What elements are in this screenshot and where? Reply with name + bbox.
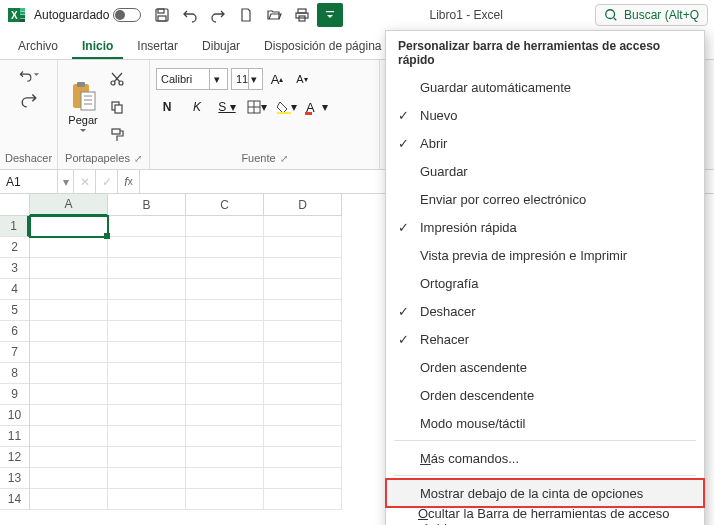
menu-show-below-ribbon[interactable]: Mostrar debajo de la cinta de opciones [386,479,704,507]
column-header[interactable]: A [30,194,108,216]
cell[interactable] [186,468,264,489]
grow-font-button[interactable]: A▴ [266,68,288,90]
cell[interactable] [264,321,342,342]
menu-more-commands[interactable]: Más comandos... [386,444,704,472]
cell[interactable] [108,363,186,384]
cell[interactable] [30,321,108,342]
cancel-formula-button[interactable]: ✕ [74,170,96,193]
row-header[interactable]: 1 [0,216,29,237]
cell[interactable] [108,342,186,363]
tab-insertar[interactable]: Insertar [127,33,188,59]
autosave-toggle[interactable]: Autoguardado [34,8,141,22]
undo-button-ribbon[interactable] [18,64,40,86]
undo-button[interactable] [177,3,203,27]
quick-print-button[interactable] [289,3,315,27]
row-header[interactable]: 5 [0,300,29,321]
underline-button[interactable]: S ▾ [216,96,238,118]
cell[interactable] [108,489,186,510]
cell[interactable] [108,384,186,405]
menu-item[interactable]: Vista previa de impresión e Imprimir [386,241,704,269]
cell[interactable] [186,384,264,405]
cell[interactable] [186,321,264,342]
name-box[interactable]: A1 [0,170,58,193]
menu-item[interactable]: ✓Abrir [386,129,704,157]
cell[interactable] [186,300,264,321]
cell[interactable] [30,342,108,363]
insert-function-button[interactable]: fx [118,170,140,193]
cell[interactable] [264,363,342,384]
cell[interactable] [264,300,342,321]
borders-button[interactable]: ▾ [246,96,268,118]
cell[interactable] [186,405,264,426]
cell[interactable] [108,405,186,426]
search-box[interactable]: Buscar (Alt+Q [595,4,708,26]
cell[interactable] [264,279,342,300]
enter-formula-button[interactable]: ✓ [96,170,118,193]
cell[interactable] [264,216,342,237]
cell[interactable] [30,489,108,510]
menu-item[interactable]: ✓Nuevo [386,101,704,129]
cell[interactable] [186,216,264,237]
select-all-button[interactable] [0,194,30,216]
paste-button[interactable]: Pegar [64,80,102,134]
cell[interactable] [108,279,186,300]
font-size-combo[interactable]: 11▾ [231,68,263,90]
menu-item[interactable]: Ortografía [386,269,704,297]
row-header[interactable]: 12 [0,447,29,468]
cell[interactable] [186,489,264,510]
menu-item[interactable]: Guardar automáticamente [386,73,704,101]
name-box-dropdown[interactable]: ▾ [58,170,74,193]
font-name-combo[interactable]: Calibri▾ [156,68,228,90]
cell[interactable] [30,279,108,300]
row-header[interactable]: 6 [0,321,29,342]
cell[interactable] [264,237,342,258]
cell[interactable] [186,447,264,468]
row-header[interactable]: 2 [0,237,29,258]
open-button[interactable] [261,3,287,27]
redo-button-ribbon[interactable] [18,88,40,110]
row-header[interactable]: 8 [0,363,29,384]
cell[interactable] [186,363,264,384]
menu-item[interactable]: ✓Impresión rápida [386,213,704,241]
cell[interactable] [108,426,186,447]
format-painter-button[interactable] [106,124,128,146]
tab-dibujar[interactable]: Dibujar [192,33,250,59]
row-header[interactable]: 3 [0,258,29,279]
tab-disposición de página[interactable]: Disposición de página [254,33,391,59]
italic-button[interactable]: K [186,96,208,118]
cell[interactable] [30,258,108,279]
cut-button[interactable] [106,68,128,90]
shrink-font-button[interactable]: A▾ [291,68,313,90]
new-button[interactable] [233,3,259,27]
cell[interactable] [264,258,342,279]
cell[interactable] [108,447,186,468]
column-header[interactable]: B [108,194,186,216]
cell[interactable] [30,300,108,321]
cell[interactable] [186,237,264,258]
cell[interactable] [108,237,186,258]
menu-item[interactable]: Modo mouse/táctil [386,409,704,437]
bold-button[interactable]: N [156,96,178,118]
cell[interactable] [264,468,342,489]
row-header[interactable]: 11 [0,426,29,447]
row-header[interactable]: 9 [0,384,29,405]
cell[interactable] [264,342,342,363]
menu-item[interactable]: ✓Deshacer [386,297,704,325]
menu-hide-qat[interactable]: Ocultar la Barra de herramientas de acce… [386,507,704,525]
cell[interactable] [186,342,264,363]
row-header[interactable]: 4 [0,279,29,300]
cell[interactable] [186,258,264,279]
cell[interactable] [186,426,264,447]
cell[interactable] [264,384,342,405]
menu-item[interactable]: Orden ascendente [386,353,704,381]
menu-item[interactable]: ✓Rehacer [386,325,704,353]
column-header[interactable]: C [186,194,264,216]
cell[interactable] [108,321,186,342]
cell[interactable] [108,468,186,489]
cell[interactable] [264,489,342,510]
cell[interactable] [30,447,108,468]
save-button[interactable] [149,3,175,27]
cell[interactable] [108,258,186,279]
menu-item[interactable]: Guardar [386,157,704,185]
menu-item[interactable]: Enviar por correo electrónico [386,185,704,213]
